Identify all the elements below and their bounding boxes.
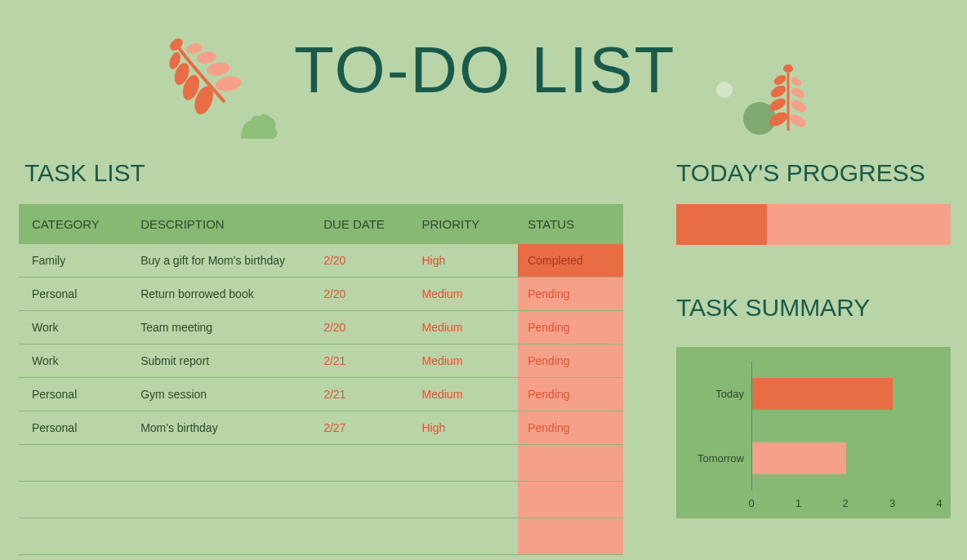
chart-x-tick: 3 [889,497,895,509]
svg-point-14 [790,86,807,100]
progress-heading: TODAY'S PROGRESS [676,159,925,187]
svg-point-12 [789,98,808,114]
table-row[interactable]: PersonalMom's birthday2/27HighPending [19,411,623,445]
cell-due-date[interactable]: 2/21 [314,378,412,411]
cell-category[interactable]: Work [19,311,131,344]
dot-decoration [716,82,733,98]
leaf-decoration-right [760,57,817,142]
svg-point-3 [206,60,230,78]
cell-category[interactable]: Personal [19,411,131,445]
cell-due-date[interactable]: 2/21 [314,344,412,378]
cell-status-empty [518,518,623,555]
table-row[interactable]: WorkTeam meeting2/20MediumPending [19,311,623,344]
cell-category[interactable]: Work [19,344,131,378]
svg-point-1 [214,74,243,93]
svg-point-10 [787,112,808,129]
chart-bar [752,378,893,411]
cell-category[interactable]: Personal [19,278,131,311]
chart-x-tick: 1 [795,497,801,509]
table-row-empty [19,518,623,555]
col-due-date[interactable]: DUE DATE [314,204,412,244]
cell-priority[interactable]: Medium [412,344,519,378]
cell-description[interactable]: Submit report [131,344,314,378]
cell-status[interactable]: Completed [518,244,623,278]
chart-x-tick: 0 [748,497,754,509]
cell-description[interactable]: Gym session [131,378,314,411]
cell-due-date[interactable]: 2/20 [314,311,412,344]
leaf-decoration-left [151,29,290,154]
table-row[interactable]: PersonalGym session2/21MediumPending [19,378,623,411]
chart-x-tick: 4 [936,497,942,509]
cell-status-empty [518,445,623,482]
task-list-heading: TASK LIST [25,159,145,187]
chart-bar-row: Tomorrow [752,442,939,475]
col-description[interactable]: DESCRIPTION [131,204,314,244]
chart-bar-row: Today [752,378,939,411]
cell-priority[interactable]: Medium [412,278,519,311]
cell-description[interactable]: Mom's birthday [131,411,314,445]
task-summary-chart: TodayTomorrow 01234 [676,347,951,518]
svg-point-7 [185,42,203,55]
table-row-empty [19,482,623,518]
cell-due-date[interactable]: 2/20 [314,278,412,311]
cell-status[interactable]: Pending [518,411,623,445]
cell-status[interactable]: Pending [518,378,623,411]
svg-point-17 [783,64,793,73]
cell-category[interactable]: Family [19,244,131,278]
cell-priority[interactable]: High [412,244,519,278]
chart-x-tick: 2 [842,497,848,509]
cell-description[interactable]: Return borrowed book [131,278,314,311]
progress-bar-fill [676,204,767,245]
cell-description[interactable]: Buy a gift for Mom's birthday [131,244,314,278]
table-row[interactable]: WorkSubmit report2/21MediumPending [19,344,623,378]
svg-point-11 [767,96,787,113]
table-header-row: CATEGORY DESCRIPTION DUE DATE PRIORITY S… [19,204,623,244]
summary-heading: TASK SUMMARY [676,294,870,322]
svg-point-15 [773,73,788,87]
col-category[interactable]: CATEGORY [19,204,131,244]
svg-point-16 [790,76,803,87]
table-row[interactable]: FamilyBuy a gift for Mom's birthday2/20H… [19,244,623,278]
chart-bar-label: Tomorrow [697,452,744,464]
cell-description[interactable]: Team meeting [131,311,314,344]
cell-due-date[interactable]: 2/20 [314,244,412,278]
table-row-empty [19,445,623,482]
col-status[interactable]: STATUS [518,204,623,244]
svg-point-13 [769,83,787,100]
task-table: CATEGORY DESCRIPTION DUE DATE PRIORITY S… [19,204,623,555]
progress-bar [676,204,951,245]
cell-status[interactable]: Pending [518,278,623,311]
svg-point-9 [767,109,790,129]
cell-category[interactable]: Personal [19,378,131,411]
col-priority[interactable]: PRIORITY [412,204,519,244]
cell-due-date[interactable]: 2/27 [314,411,412,445]
cell-priority[interactable]: High [412,411,519,445]
cell-status-empty [518,482,623,518]
chart-bar-label: Today [715,388,744,400]
cell-status[interactable]: Pending [518,311,623,344]
svg-point-5 [196,51,217,65]
cell-priority[interactable]: Medium [412,378,519,411]
cell-status[interactable]: Pending [518,344,623,378]
page-title: TO-DO LIST [294,33,675,108]
cell-priority[interactable]: Medium [412,311,519,344]
chart-bar [752,442,846,475]
table-row[interactable]: PersonalReturn borrowed book2/20MediumPe… [19,278,623,311]
